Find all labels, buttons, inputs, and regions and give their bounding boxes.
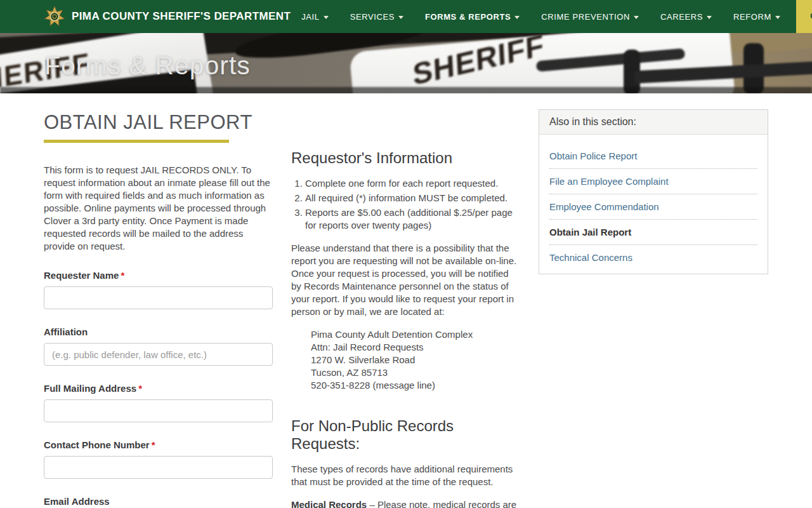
page-title: OBTAIN JAIL REPORT [44,111,273,134]
address-line: Pima County Adult Detention Complex [311,328,520,341]
field-email-address: Email Address [44,496,273,508]
nav-item-services[interactable]: SERVICES [339,0,414,33]
requester-name-label: Requester Name* [44,270,273,281]
address-line: 520-351-8228 (message line) [311,379,520,392]
requestor-info-heading: Requestor's Information [291,149,520,167]
contact-phone-label: Contact Phone Number* [44,439,273,450]
field-label-text: Affiliation [44,326,88,337]
nav-item-label: FORMS & REPORTS [425,12,511,22]
nav-item-jail[interactable]: JAIL [291,0,339,33]
nav-item-label: JAIL [301,12,319,22]
sidebar-link-obtain-police-report[interactable]: Obtain Police Report [549,144,757,169]
medical-records-lead: Medical Records [291,499,367,508]
field-label-text: Full Mailing Address [44,383,136,394]
hero-banner: HERIFF SHERIFF Forms & Reports [0,33,812,93]
requestor-steps-list: Complete one form for each report reques… [291,177,520,232]
brand-title: PIMA COUNTY SHERIFF'S DEPARTMENT [72,10,291,23]
medical-records-note: Medical Records – Please note, medical r… [291,498,520,508]
required-marker: * [152,439,155,450]
nonpublic-records-heading: For Non-Public Records Requests: [291,417,520,453]
nav-item-careers[interactable]: CAREERS [650,0,723,33]
search-button[interactable]: SEARCH [796,0,812,33]
sidebar-link-technical-concerns[interactable]: Technical Concerns [549,245,757,270]
nav-item-forms-reports[interactable]: FORMS & REPORTS [414,0,530,33]
main-nav: JAIL SERVICES FORMS & REPORTS CRIME PREV… [291,0,812,33]
address-line: 1270 W. Silverlake Road [311,354,520,366]
field-contact-phone: Contact Phone Number* [44,439,273,479]
jail-report-form-column: OBTAIN JAIL REPORT This form is to reque… [44,93,273,508]
address-line: Attn: Jail Record Requests [311,341,520,354]
field-label-text: Contact Phone Number [44,439,150,450]
required-marker: * [138,383,142,394]
section-sidebar: Also in this section: Obtain Police Repo… [539,93,768,508]
list-item: Complete one form for each report reques… [305,177,520,190]
field-label-text: Email Address [44,496,110,507]
caret-down-icon [707,16,712,19]
availability-note: Please understand that there is a possib… [291,242,520,318]
contact-phone-input[interactable] [44,456,273,479]
top-navbar: PIMA COUNTY SHERIFF'S DEPARTMENT JAIL SE… [0,0,812,33]
nav-item-reform[interactable]: REFORM [723,0,791,33]
caret-down-icon [775,16,780,19]
sidebar-link-obtain-jail-report-current: Obtain Jail Report [549,220,757,245]
nav-item-crime-prevention[interactable]: CRIME PREVENTION [530,0,650,33]
nav-item-label: CAREERS [660,12,703,22]
title-accent-rule [44,140,229,143]
full-mailing-address-label: Full Mailing Address* [44,383,273,394]
caret-down-icon [634,16,639,19]
list-item: Reports are $5.00 each (additional $.25/… [305,206,520,232]
sheriff-star-logo-icon [44,6,65,27]
required-marker: * [121,270,124,281]
requestor-info-column: Requestor's Information Complete one for… [291,93,520,508]
sidebar-link-list: Obtain Police Report File an Employee Co… [539,135,768,274]
affiliation-label: Affiliation [44,326,273,337]
caret-down-icon [398,16,403,19]
address-line: Tucson, AZ 85713 [311,366,520,379]
hero-bottom-shadow [0,87,812,93]
nav-item-label: REFORM [733,12,771,22]
caret-down-icon [514,16,520,19]
sidebar-heading: Also in this section: [539,110,768,135]
field-full-mailing-address: Full Mailing Address* [44,383,273,422]
field-label-text: Requester Name [44,270,119,281]
field-affiliation: Affiliation [44,326,273,366]
hero-section-title: Forms & Reports [44,51,251,81]
brand[interactable]: PIMA COUNTY SHERIFF'S DEPARTMENT [0,0,291,33]
also-in-section-box: Also in this section: Obtain Police Repo… [539,109,768,274]
caret-down-icon [324,16,329,19]
requester-name-input[interactable] [44,286,273,309]
affiliation-input[interactable] [44,343,273,366]
nonpublic-intro-text: These types of records have additional r… [291,463,520,488]
nav-item-label: CRIME PREVENTION [541,12,630,22]
field-requester-name: Requester Name* [44,270,273,309]
nav-item-label: SERVICES [350,12,395,22]
main-content: OBTAIN JAIL REPORT This form is to reque… [0,93,812,508]
sidebar-link-employee-commendation[interactable]: Employee Commendation [549,194,757,220]
form-intro-text: This form is to request JAIL RECORDS ONL… [44,164,273,253]
full-mailing-address-input[interactable] [44,399,273,422]
list-item: All required (*) information MUST be com… [305,192,520,204]
sidebar-link-file-employee-complaint[interactable]: File an Employee Complaint [549,169,757,194]
email-address-label: Email Address [44,496,273,507]
detention-complex-address: Pima County Adult Detention Complex Attn… [311,328,520,392]
